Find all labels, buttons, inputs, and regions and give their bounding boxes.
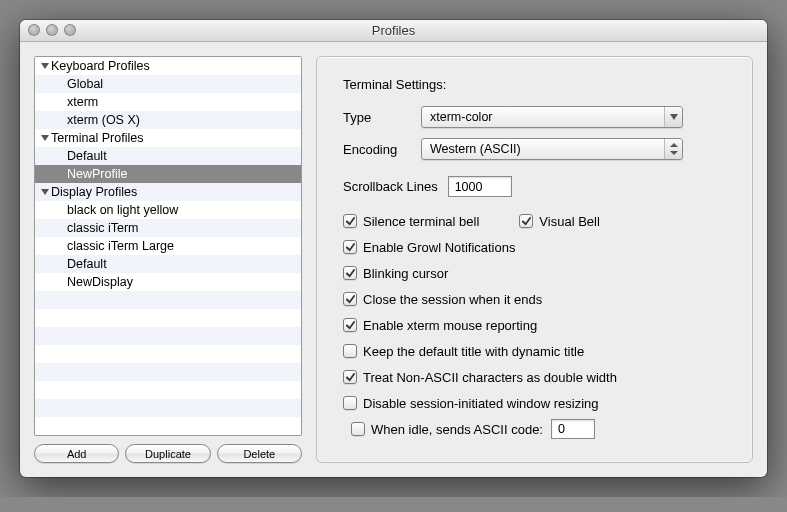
add-button[interactable]: Add bbox=[34, 444, 119, 463]
tree-row[interactable]: Default bbox=[35, 147, 301, 165]
scrollback-input[interactable] bbox=[448, 176, 512, 197]
encoding-row: Encoding Western (ASCII) bbox=[343, 138, 726, 160]
tree-row[interactable]: classic iTerm bbox=[35, 219, 301, 237]
tree-row[interactable] bbox=[35, 417, 301, 435]
minimize-icon[interactable] bbox=[46, 24, 58, 36]
silence-bell-label: Silence terminal bell bbox=[363, 214, 479, 229]
keep-title-checkbox[interactable]: Keep the default title with dynamic titl… bbox=[343, 344, 584, 359]
window-title: Profiles bbox=[372, 23, 415, 38]
disclosure-triangle-icon[interactable] bbox=[41, 63, 49, 69]
scrollback-label: Scrollback Lines bbox=[343, 179, 438, 194]
tree-item-label: Default bbox=[67, 147, 107, 165]
no-resize-label: Disable session-initiated window resizin… bbox=[363, 396, 599, 411]
tree-row-selected[interactable]: NewProfile bbox=[35, 165, 301, 183]
profile-tree[interactable]: Keyboard ProfilesGlobalxtermxterm (OS X)… bbox=[34, 56, 302, 436]
type-row: Type xterm-color bbox=[343, 106, 726, 128]
scrollback-row: Scrollback Lines bbox=[343, 176, 726, 197]
tree-row[interactable] bbox=[35, 345, 301, 363]
profile-list-buttons: Add Duplicate Delete bbox=[34, 444, 302, 463]
tree-item-label: xterm bbox=[67, 93, 98, 111]
tree-row[interactable] bbox=[35, 363, 301, 381]
blink-checkbox[interactable]: Blinking cursor bbox=[343, 266, 448, 281]
content: Keyboard ProfilesGlobalxtermxterm (OS X)… bbox=[20, 42, 767, 477]
idle-code-input[interactable] bbox=[551, 419, 595, 439]
tree-group-label: Keyboard Profiles bbox=[51, 57, 150, 75]
duplicate-button[interactable]: Duplicate bbox=[125, 444, 210, 463]
blink-label: Blinking cursor bbox=[363, 266, 448, 281]
tree-row[interactable] bbox=[35, 309, 301, 327]
tree-row[interactable]: classic iTerm Large bbox=[35, 237, 301, 255]
growl-label: Enable Growl Notifications bbox=[363, 240, 515, 255]
disclosure-triangle-icon[interactable] bbox=[41, 135, 49, 141]
type-select[interactable]: xterm-color bbox=[421, 106, 683, 128]
tree-row[interactable] bbox=[35, 327, 301, 345]
encoding-label: Encoding bbox=[343, 142, 421, 157]
checkbox-group: Silence terminal bell Visual Bell Enable… bbox=[343, 211, 726, 439]
tree-row[interactable] bbox=[35, 291, 301, 309]
tree-row[interactable]: black on light yellow bbox=[35, 201, 301, 219]
tree-row[interactable]: Keyboard Profiles bbox=[35, 57, 301, 75]
tree-row[interactable]: NewDisplay bbox=[35, 273, 301, 291]
close-session-label: Close the session when it ends bbox=[363, 292, 542, 307]
tree-item-label: Global bbox=[67, 75, 103, 93]
tree-group-label: Display Profiles bbox=[51, 183, 137, 201]
tree-row[interactable]: xterm (OS X) bbox=[35, 111, 301, 129]
visual-bell-checkbox[interactable]: Visual Bell bbox=[519, 214, 599, 229]
silence-bell-checkbox[interactable]: Silence terminal bell bbox=[343, 214, 479, 229]
xterm-mouse-checkbox[interactable]: Enable xterm mouse reporting bbox=[343, 318, 537, 333]
tree-row[interactable]: Default bbox=[35, 255, 301, 273]
disclosure-triangle-icon[interactable] bbox=[41, 189, 49, 195]
tree-item-label: xterm (OS X) bbox=[67, 111, 140, 129]
tree-row[interactable] bbox=[35, 399, 301, 417]
idle-label: When idle, sends ASCII code: bbox=[371, 422, 543, 437]
encoding-select-wrap[interactable]: Western (ASCII) bbox=[421, 138, 683, 160]
keep-title-label: Keep the default title with dynamic titl… bbox=[363, 344, 584, 359]
tree-row[interactable]: xterm bbox=[35, 93, 301, 111]
encoding-select[interactable]: Western (ASCII) bbox=[421, 138, 683, 160]
profile-list-panel: Keyboard ProfilesGlobalxtermxterm (OS X)… bbox=[34, 56, 302, 463]
no-resize-checkbox[interactable]: Disable session-initiated window resizin… bbox=[343, 396, 599, 411]
double-width-label: Treat Non-ASCII characters as double wid… bbox=[363, 370, 617, 385]
double-width-checkbox[interactable]: Treat Non-ASCII characters as double wid… bbox=[343, 370, 617, 385]
tree-item-label: NewProfile bbox=[67, 165, 127, 183]
zoom-icon[interactable] bbox=[64, 24, 76, 36]
tree-item-label: classic iTerm bbox=[67, 219, 139, 237]
tree-row[interactable]: Global bbox=[35, 75, 301, 93]
xterm-mouse-label: Enable xterm mouse reporting bbox=[363, 318, 537, 333]
growl-checkbox[interactable]: Enable Growl Notifications bbox=[343, 240, 515, 255]
section-title: Terminal Settings: bbox=[343, 77, 726, 92]
tree-group-label: Terminal Profiles bbox=[51, 129, 143, 147]
settings-panel: Terminal Settings: Type xterm-color Enco… bbox=[316, 56, 753, 463]
close-session-checkbox[interactable]: Close the session when it ends bbox=[343, 292, 542, 307]
titlebar: Profiles bbox=[20, 20, 767, 42]
tree-row[interactable]: Terminal Profiles bbox=[35, 129, 301, 147]
delete-button[interactable]: Delete bbox=[217, 444, 302, 463]
type-select-wrap[interactable]: xterm-color bbox=[421, 106, 683, 128]
idle-checkbox[interactable]: When idle, sends ASCII code: bbox=[351, 422, 543, 437]
tree-item-label: black on light yellow bbox=[67, 201, 178, 219]
visual-bell-label: Visual Bell bbox=[539, 214, 599, 229]
type-label: Type bbox=[343, 110, 421, 125]
tree-item-label: NewDisplay bbox=[67, 273, 133, 291]
tree-row[interactable] bbox=[35, 381, 301, 399]
profiles-window: Profiles Keyboard ProfilesGlobalxtermxte… bbox=[20, 20, 767, 477]
traffic-lights bbox=[28, 24, 76, 36]
tree-row[interactable]: Display Profiles bbox=[35, 183, 301, 201]
close-icon[interactable] bbox=[28, 24, 40, 36]
tree-item-label: classic iTerm Large bbox=[67, 237, 174, 255]
tree-item-label: Default bbox=[67, 255, 107, 273]
